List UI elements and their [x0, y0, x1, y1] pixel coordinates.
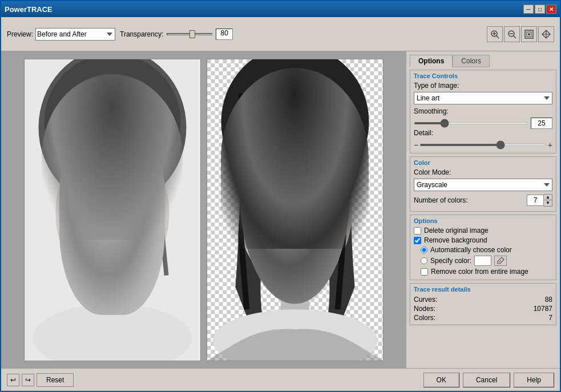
remove-background-row: Remove background: [414, 236, 552, 244]
toolbar-icons: [487, 26, 554, 42]
title-bar-buttons: ─ □ ✕: [523, 5, 556, 14]
svg-point-19: [126, 203, 138, 212]
toolbar: Preview: Before and After Before After W…: [1, 17, 560, 51]
close-button[interactable]: ✕: [546, 5, 556, 14]
svg-point-16: [82, 201, 103, 213]
after-portrait: [207, 59, 383, 361]
smoothing-slider-row: 25: [414, 118, 552, 129]
options-section-title: Options: [414, 217, 552, 224]
detail-plus: +: [548, 140, 552, 149]
bottom-bar: ↩ ↪ Reset OK Cancel Help: [1, 368, 560, 391]
transparency-section: Transparency: 80: [120, 29, 233, 40]
trace-controls-section: Trace Controls Type of Image: Line art C…: [410, 70, 556, 153]
nodes-row: Nodes: 10787: [414, 304, 552, 313]
tab-options[interactable]: Options: [410, 55, 453, 67]
svg-point-18: [122, 201, 142, 213]
eyedropper-button[interactable]: [494, 256, 507, 266]
colors-result-row: Colors: 7: [414, 313, 552, 322]
type-label: Type of Image:: [414, 82, 459, 90]
specify-color-radio[interactable]: [421, 257, 427, 264]
spinner-down[interactable]: ▼: [544, 200, 552, 206]
maximize-button[interactable]: □: [535, 5, 545, 14]
svg-point-30: [268, 201, 282, 211]
color-preview-box: [474, 256, 491, 266]
before-image-panel: [24, 59, 201, 361]
reset-button[interactable]: Reset: [37, 373, 74, 387]
specify-color-row: Specify color:: [414, 256, 552, 266]
smoothing-label: Smoothing:: [414, 107, 449, 115]
svg-point-29: [264, 200, 286, 212]
spinner-up[interactable]: ▲: [544, 195, 552, 200]
main-content: Options Colors Trace Controls Type of Im…: [1, 51, 560, 368]
bottom-right: OK Cancel Help: [423, 373, 554, 387]
curves-value: 88: [545, 296, 552, 304]
curves-label: Curves:: [414, 296, 454, 304]
num-colors-label: Number of colors:: [414, 196, 468, 204]
redo-button[interactable]: ↪: [22, 374, 34, 386]
transparency-value: 80: [216, 29, 233, 40]
type-dropdown[interactable]: Line art Clipart Photo: [414, 92, 552, 104]
minimize-button[interactable]: ─: [523, 5, 534, 14]
tabs: Options Colors: [410, 55, 556, 67]
window-title: PowerTRACE: [5, 5, 53, 14]
remove-entire-checkbox[interactable]: [421, 268, 428, 276]
bottom-left: ↩ ↪ Reset: [7, 373, 74, 387]
delete-original-row: Delete original image: [414, 227, 552, 235]
svg-line-35: [499, 260, 501, 262]
spinner-buttons: ▲ ▼: [544, 194, 552, 207]
svg-point-12: [44, 59, 180, 190]
trace-controls-title: Trace Controls: [414, 72, 552, 79]
remove-entire-row: Remove color from entire image: [414, 268, 552, 276]
preview-section: Preview: Before and After Before After W…: [7, 28, 115, 41]
detail-slider[interactable]: [419, 144, 547, 146]
detail-minus: −: [414, 140, 418, 149]
detail-slider-row: − +: [414, 139, 552, 151]
type-of-image-row: Type of Image:: [414, 82, 552, 90]
detail-row: Detail:: [414, 129, 552, 137]
smoothing-slider[interactable]: [414, 122, 528, 124]
auto-color-row: Automatically choose color: [414, 246, 552, 254]
curves-row: Curves: 88: [414, 295, 552, 304]
svg-point-21: [120, 179, 166, 247]
color-section: Color Color Mode: Grayscale Black and Wh…: [410, 156, 556, 212]
pan-button[interactable]: [538, 26, 554, 42]
ok-button[interactable]: OK: [423, 373, 459, 387]
undo-button[interactable]: ↩: [7, 374, 19, 386]
zoom-fit-button[interactable]: [521, 26, 537, 42]
zoom-out-button[interactable]: [504, 26, 520, 42]
help-button[interactable]: Help: [514, 373, 554, 387]
color-mode-row: Color Mode:: [414, 168, 552, 176]
colors-result-value: 7: [548, 314, 552, 322]
zoom-in-button[interactable]: [487, 26, 503, 42]
smoothing-row: Smoothing:: [414, 107, 552, 115]
delete-original-checkbox[interactable]: [414, 227, 421, 235]
nodes-value: 10787: [534, 305, 552, 313]
remove-entire-label: Remove color from entire image: [431, 268, 528, 276]
specify-color-label: Specify color:: [430, 257, 471, 265]
tab-colors[interactable]: Colors: [453, 55, 490, 67]
result-table: Curves: 88 Nodes: 10787 Colors: 7: [414, 295, 552, 322]
svg-point-32: [306, 201, 320, 211]
color-mode-dropdown[interactable]: Grayscale Black and White RGB Color CMYK…: [414, 179, 552, 191]
preview-area: [1, 51, 406, 368]
main-window: PowerTRACE ─ □ ✕ Preview: Before and Aft…: [0, 0, 561, 392]
svg-point-9: [528, 33, 530, 35]
svg-point-31: [302, 200, 324, 212]
transparency-slider[interactable]: [167, 33, 212, 35]
remove-background-checkbox[interactable]: [414, 237, 421, 244]
before-portrait: [25, 59, 200, 361]
spinner-value: 7: [527, 195, 544, 206]
svg-point-17: [87, 203, 98, 212]
preview-dropdown[interactable]: Before and After Before After Wireframe: [35, 28, 115, 41]
svg-point-27: [221, 59, 369, 199]
preview-label: Preview:: [7, 30, 33, 38]
colors-result-label: Colors:: [414, 314, 454, 322]
after-image-panel: [207, 59, 384, 361]
svg-point-13: [55, 139, 169, 286]
auto-color-radio[interactable]: [421, 246, 427, 253]
cancel-button[interactable]: Cancel: [463, 373, 510, 387]
title-bar: PowerTRACE ─ □ ✕: [1, 1, 560, 17]
num-colors-spinner: 7 ▲ ▼: [527, 194, 552, 207]
svg-rect-14: [98, 275, 127, 321]
color-mode-label: Color Mode:: [414, 168, 451, 176]
